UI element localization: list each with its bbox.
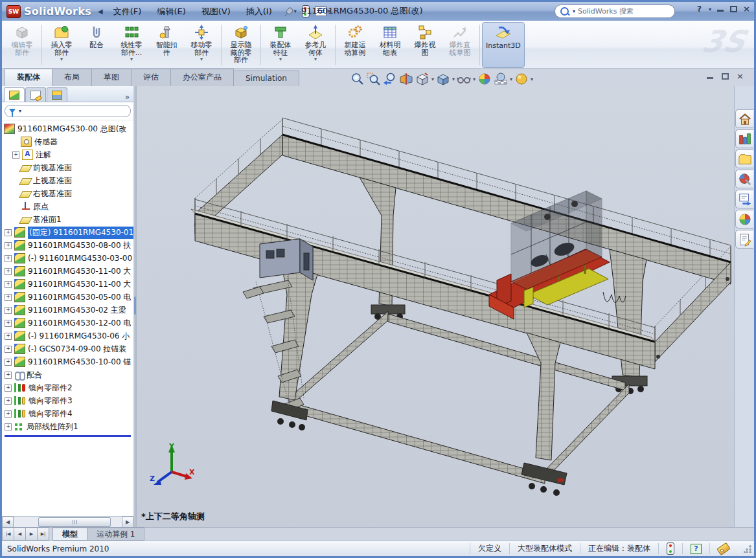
- tree-item-local-pattern[interactable]: 局部线性阵列1: [3, 420, 133, 433]
- help-button[interactable]: ?: [697, 5, 702, 14]
- expand-icon[interactable]: [5, 359, 12, 366]
- menu-insert[interactable]: 插入(I): [240, 4, 279, 19]
- right-end-beam[interactable]: [655, 262, 731, 362]
- search-icon[interactable]: [560, 7, 569, 16]
- right-front-leg[interactable]: [527, 333, 560, 460]
- tree-item-component[interactable]: (-) GCS0734-09-00 拉锚装: [3, 342, 133, 355]
- tree-item-mates[interactable]: 配合: [3, 368, 133, 381]
- tree-item-component[interactable]: 911601RMG4530-05-00 电: [3, 291, 133, 304]
- mate-button[interactable]: 配合: [79, 22, 114, 68]
- tree-item-component[interactable]: (-) 911601RMG4530-06 小: [3, 329, 133, 342]
- reference-geometry-button[interactable]: 参考几 何体▾: [298, 22, 333, 68]
- tree-item-top-plane[interactable]: 上视基准面: [3, 174, 133, 187]
- scroll-right-button[interactable]: ▶: [122, 517, 133, 528]
- tab-layout[interactable]: 布局: [52, 69, 92, 86]
- expand-icon[interactable]: [5, 242, 12, 249]
- expand-icon[interactable]: [5, 229, 12, 236]
- expand-icon[interactable]: [5, 385, 12, 392]
- resize-grip[interactable]: [744, 545, 751, 553]
- view-orientation-dropdown[interactable]: ▾: [431, 76, 434, 82]
- tree-filter-input[interactable]: ▾: [5, 105, 131, 117]
- zoom-to-fit-icon[interactable]: [350, 72, 365, 86]
- exploded-view-button[interactable]: 爆炸视 图: [407, 22, 442, 68]
- tree-item-plane1[interactable]: 基准面1: [3, 213, 133, 226]
- apply-scene-icon[interactable]: [494, 72, 508, 86]
- zoom-to-area-icon[interactable]: [367, 72, 381, 86]
- show-hidden-components-button[interactable]: 显示隐 藏的零 部件: [223, 22, 258, 68]
- expand-icon[interactable]: [5, 397, 12, 405]
- first-tab-button[interactable]: |◀: [2, 528, 14, 541]
- expand-icon[interactable]: [5, 255, 12, 262]
- right-front-bogie[interactable]: [521, 463, 567, 496]
- doc-restore-button[interactable]: [722, 73, 729, 80]
- tree-item-mirror-component[interactable]: 镜向零部件3: [3, 394, 133, 407]
- smart-fasteners-button[interactable]: 智能扣 件: [149, 22, 184, 68]
- tree-item-component[interactable]: 911601RMG4530-12-00 电: [3, 317, 133, 329]
- tab-assembly[interactable]: 装配体: [5, 69, 52, 86]
- menu-collapse-icon[interactable]: ◀: [98, 8, 103, 15]
- tab-sketch[interactable]: 草图: [91, 69, 132, 86]
- splitter-grip[interactable]: [134, 296, 136, 315]
- tree-item-component-fixed[interactable]: (固定) 911601RMG4530-01: [3, 226, 133, 239]
- hide-show-items-icon[interactable]: [457, 72, 471, 86]
- view-palette-tab[interactable]: [735, 190, 753, 208]
- prev-tab-button[interactable]: ◀: [14, 528, 26, 541]
- tree-item-component[interactable]: 911601RMG4530-08-00 扶: [3, 239, 133, 252]
- tree-item-mirror-component[interactable]: 镜向零部件2: [3, 381, 133, 394]
- hide-show-items-dropdown[interactable]: ▾: [473, 76, 475, 82]
- operator-cabin[interactable]: [260, 239, 313, 280]
- tree-item-annotations[interactable]: 注解: [3, 148, 133, 161]
- last-tab-button[interactable]: ▶|: [37, 528, 49, 541]
- tree-item-component[interactable]: 911601RMG4530-11-00 大: [3, 265, 133, 278]
- doc-minimize-button[interactable]: [707, 73, 714, 80]
- expand-icon[interactable]: [5, 281, 12, 288]
- help-dropdown-icon[interactable]: ▾: [709, 6, 711, 12]
- tree-item-mirror-component[interactable]: 镜向零部件4: [3, 407, 133, 420]
- expand-icon[interactable]: [5, 346, 12, 353]
- menu-edit[interactable]: 编辑(E): [150, 4, 192, 19]
- section-view-icon[interactable]: [399, 72, 413, 86]
- expand-icon[interactable]: [12, 151, 19, 159]
- edit-appearance-icon[interactable]: [477, 72, 492, 86]
- close-button[interactable]: ×: [743, 6, 750, 12]
- view-settings-dropdown[interactable]: ▾: [531, 76, 533, 82]
- tab-office-products[interactable]: 办公室产品: [170, 69, 234, 86]
- pin-menu-icon[interactable]: ▾: [284, 7, 297, 16]
- expand-icon[interactable]: [5, 333, 12, 340]
- tab-simulation[interactable]: Simulation: [233, 71, 299, 86]
- tree-root[interactable]: 911601RMG4530-00 总图(改: [3, 122, 133, 135]
- explode-line-sketch-button[interactable]: 爆炸直 线草图: [442, 22, 477, 68]
- filter-dropdown-icon[interactable]: ▾: [19, 108, 21, 114]
- solidworks-resources-tab[interactable]: [735, 109, 753, 128]
- scrollbar-thumb[interactable]: [38, 517, 111, 527]
- expand-icon[interactable]: [5, 423, 12, 430]
- previous-view-icon[interactable]: [383, 72, 397, 86]
- search-dropdown-icon[interactable]: ▾: [573, 8, 575, 14]
- tree-item-component[interactable]: 911601RMG4530-11-00 大: [3, 278, 133, 291]
- assembly-features-button[interactable]: 装配体 特征▾: [263, 22, 298, 68]
- maximize-button[interactable]: [730, 6, 737, 12]
- view-orientation-icon[interactable]: [415, 72, 430, 86]
- file-explorer-tab[interactable]: [735, 150, 753, 168]
- menu-view[interactable]: 视图(V): [195, 4, 237, 19]
- apply-scene-dropdown[interactable]: ▾: [510, 76, 512, 82]
- property-manager-tab[interactable]: [25, 87, 46, 102]
- design-library-tab[interactable]: [735, 129, 753, 148]
- right-sill-beam[interactable]: [545, 384, 629, 480]
- tree-item-component[interactable]: 911601RMG4530-10-00 锚: [3, 355, 133, 368]
- expand-icon[interactable]: [5, 268, 12, 275]
- expand-icon[interactable]: [5, 294, 12, 301]
- doc-close-button[interactable]: ×: [737, 73, 744, 80]
- bill-of-materials-button[interactable]: 材料明 细表: [372, 22, 407, 68]
- quick-tips-icon[interactable]: ?: [682, 543, 709, 553]
- custom-properties-tab[interactable]: [735, 230, 753, 249]
- tag-icon[interactable]: [709, 543, 737, 553]
- gantry-crane-model[interactable]: [137, 86, 735, 528]
- tree-item-component[interactable]: (-) 911601RMG4530-03-00: [3, 252, 133, 265]
- instant3d-button[interactable]: Instant3D: [482, 22, 525, 68]
- tree-item-sensors[interactable]: 传感器: [3, 135, 133, 148]
- graphics-viewport[interactable]: Y X Z *上下二等角轴测: [137, 86, 735, 528]
- display-style-dropdown[interactable]: ▾: [452, 76, 455, 82]
- front-tie-beam[interactable]: [289, 402, 545, 484]
- tree-item-origin[interactable]: 原点: [3, 200, 133, 213]
